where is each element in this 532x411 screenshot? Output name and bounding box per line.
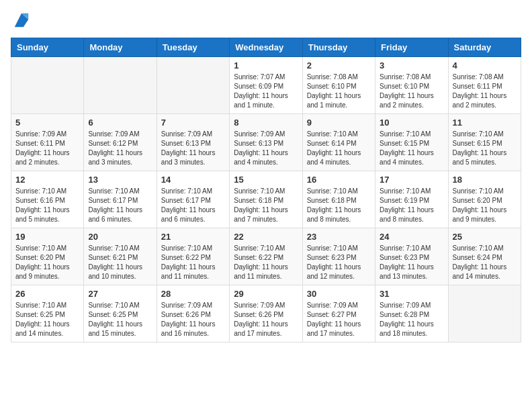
day-info: Sunrise: 7:09 AMSunset: 6:28 PMDaylight:… [380, 301, 443, 338]
day-info: Sunrise: 7:10 AMSunset: 6:21 PMDaylight:… [88, 244, 152, 281]
day-number: 2 [307, 60, 371, 71]
day-number: 15 [234, 175, 298, 185]
day-number: 16 [307, 175, 371, 185]
day-number: 8 [234, 118, 298, 128]
day-info: Sunrise: 7:09 AMSunset: 6:26 PMDaylight:… [234, 301, 298, 338]
day-info: Sunrise: 7:10 AMSunset: 6:24 PMDaylight:… [453, 244, 517, 281]
logo-icon [12, 11, 31, 30]
calendar-cell: 22Sunrise: 7:10 AMSunset: 6:22 PMDayligh… [230, 228, 302, 285]
day-info: Sunrise: 7:10 AMSunset: 6:23 PMDaylight:… [307, 244, 371, 281]
calendar-week-5: 26Sunrise: 7:10 AMSunset: 6:25 PMDayligh… [11, 285, 521, 342]
day-info: Sunrise: 7:10 AMSunset: 6:14 PMDaylight:… [307, 130, 371, 167]
calendar-week-2: 5Sunrise: 7:09 AMSunset: 6:11 PMDaylight… [11, 114, 521, 171]
day-number: 21 [161, 232, 225, 242]
calendar-cell: 2Sunrise: 7:08 AMSunset: 6:10 PMDaylight… [302, 57, 375, 114]
day-info: Sunrise: 7:10 AMSunset: 6:18 PMDaylight:… [234, 187, 298, 224]
day-number: 17 [380, 175, 443, 185]
day-number: 11 [453, 118, 517, 128]
calendar-header-row: SundayMondayTuesdayWednesdayThursdayFrid… [11, 38, 521, 57]
calendar-cell: 27Sunrise: 7:10 AMSunset: 6:25 PMDayligh… [84, 285, 157, 342]
day-number: 24 [380, 232, 443, 242]
day-info: Sunrise: 7:10 AMSunset: 6:15 PMDaylight:… [453, 130, 517, 167]
calendar-cell: 16Sunrise: 7:10 AMSunset: 6:18 PMDayligh… [302, 171, 375, 228]
day-info: Sunrise: 7:10 AMSunset: 6:25 PMDaylight:… [15, 301, 79, 338]
day-number: 10 [380, 118, 443, 128]
day-number: 3 [380, 60, 443, 71]
day-number: 19 [15, 232, 79, 242]
day-number: 4 [453, 60, 517, 71]
day-info: Sunrise: 7:07 AMSunset: 6:09 PMDaylight:… [234, 73, 298, 110]
day-number: 5 [15, 118, 79, 128]
day-info: Sunrise: 7:10 AMSunset: 6:19 PMDaylight:… [380, 187, 443, 224]
day-info: Sunrise: 7:10 AMSunset: 6:17 PMDaylight:… [88, 187, 152, 224]
calendar-cell: 3Sunrise: 7:08 AMSunset: 6:10 PMDaylight… [375, 57, 448, 114]
day-number: 26 [15, 289, 79, 299]
calendar-cell: 19Sunrise: 7:10 AMSunset: 6:20 PMDayligh… [11, 228, 84, 285]
day-number: 7 [161, 118, 225, 128]
page-header [11, 11, 521, 30]
day-number: 30 [307, 289, 371, 299]
calendar-week-3: 12Sunrise: 7:10 AMSunset: 6:16 PMDayligh… [11, 171, 521, 228]
day-info: Sunrise: 7:09 AMSunset: 6:26 PMDaylight:… [161, 301, 225, 338]
day-info: Sunrise: 7:10 AMSunset: 6:22 PMDaylight:… [234, 244, 298, 281]
day-number: 13 [88, 175, 152, 185]
logo [11, 11, 31, 30]
calendar-cell: 26Sunrise: 7:10 AMSunset: 6:25 PMDayligh… [11, 285, 84, 342]
day-number: 18 [453, 175, 517, 185]
day-number: 9 [307, 118, 371, 128]
weekday-header-tuesday: Tuesday [157, 38, 229, 57]
calendar-cell: 17Sunrise: 7:10 AMSunset: 6:19 PMDayligh… [375, 171, 448, 228]
day-number: 20 [88, 232, 152, 242]
day-info: Sunrise: 7:08 AMSunset: 6:11 PMDaylight:… [453, 73, 517, 110]
calendar-cell: 31Sunrise: 7:09 AMSunset: 6:28 PMDayligh… [375, 285, 448, 342]
calendar-week-1: 1Sunrise: 7:07 AMSunset: 6:09 PMDaylight… [11, 57, 521, 114]
calendar-cell [448, 285, 521, 342]
calendar-cell: 9Sunrise: 7:10 AMSunset: 6:14 PMDaylight… [302, 114, 375, 171]
calendar-cell: 10Sunrise: 7:10 AMSunset: 6:15 PMDayligh… [375, 114, 448, 171]
weekday-header-sunday: Sunday [11, 38, 84, 57]
day-info: Sunrise: 7:10 AMSunset: 6:25 PMDaylight:… [88, 301, 152, 338]
weekday-header-saturday: Saturday [448, 38, 521, 57]
day-info: Sunrise: 7:10 AMSunset: 6:17 PMDaylight:… [161, 187, 225, 224]
calendar-cell: 6Sunrise: 7:09 AMSunset: 6:12 PMDaylight… [84, 114, 157, 171]
weekday-header-thursday: Thursday [302, 38, 375, 57]
calendar-cell: 4Sunrise: 7:08 AMSunset: 6:11 PMDaylight… [448, 57, 521, 114]
calendar-cell: 25Sunrise: 7:10 AMSunset: 6:24 PMDayligh… [448, 228, 521, 285]
day-info: Sunrise: 7:09 AMSunset: 6:11 PMDaylight:… [15, 130, 79, 167]
day-info: Sunrise: 7:10 AMSunset: 6:20 PMDaylight:… [15, 244, 79, 281]
weekday-header-wednesday: Wednesday [230, 38, 302, 57]
calendar-cell: 11Sunrise: 7:10 AMSunset: 6:15 PMDayligh… [448, 114, 521, 171]
calendar-cell: 30Sunrise: 7:09 AMSunset: 6:27 PMDayligh… [302, 285, 375, 342]
day-info: Sunrise: 7:10 AMSunset: 6:20 PMDaylight:… [453, 187, 517, 224]
day-info: Sunrise: 7:09 AMSunset: 6:12 PMDaylight:… [88, 130, 152, 167]
day-number: 28 [161, 289, 225, 299]
weekday-header-monday: Monday [84, 38, 157, 57]
day-info: Sunrise: 7:09 AMSunset: 6:13 PMDaylight:… [234, 130, 298, 167]
calendar-cell: 18Sunrise: 7:10 AMSunset: 6:20 PMDayligh… [448, 171, 521, 228]
calendar-week-4: 19Sunrise: 7:10 AMSunset: 6:20 PMDayligh… [11, 228, 521, 285]
day-info: Sunrise: 7:08 AMSunset: 6:10 PMDaylight:… [380, 73, 443, 110]
day-info: Sunrise: 7:09 AMSunset: 6:13 PMDaylight:… [161, 130, 225, 167]
calendar-cell: 8Sunrise: 7:09 AMSunset: 6:13 PMDaylight… [230, 114, 302, 171]
calendar-cell: 28Sunrise: 7:09 AMSunset: 6:26 PMDayligh… [157, 285, 229, 342]
calendar-cell: 5Sunrise: 7:09 AMSunset: 6:11 PMDaylight… [11, 114, 84, 171]
calendar-cell [84, 57, 157, 114]
day-info: Sunrise: 7:09 AMSunset: 6:27 PMDaylight:… [307, 301, 371, 338]
weekday-header-friday: Friday [375, 38, 448, 57]
day-number: 6 [88, 118, 152, 128]
calendar-cell: 20Sunrise: 7:10 AMSunset: 6:21 PMDayligh… [84, 228, 157, 285]
calendar-cell: 13Sunrise: 7:10 AMSunset: 6:17 PMDayligh… [84, 171, 157, 228]
calendar-cell: 24Sunrise: 7:10 AMSunset: 6:23 PMDayligh… [375, 228, 448, 285]
day-number: 29 [234, 289, 298, 299]
calendar-cell: 21Sunrise: 7:10 AMSunset: 6:22 PMDayligh… [157, 228, 229, 285]
calendar-cell [11, 57, 84, 114]
calendar-cell: 1Sunrise: 7:07 AMSunset: 6:09 PMDaylight… [230, 57, 302, 114]
calendar-cell: 14Sunrise: 7:10 AMSunset: 6:17 PMDayligh… [157, 171, 229, 228]
day-info: Sunrise: 7:10 AMSunset: 6:23 PMDaylight:… [380, 244, 443, 281]
calendar-cell: 15Sunrise: 7:10 AMSunset: 6:18 PMDayligh… [230, 171, 302, 228]
calendar-cell: 23Sunrise: 7:10 AMSunset: 6:23 PMDayligh… [302, 228, 375, 285]
day-info: Sunrise: 7:10 AMSunset: 6:16 PMDaylight:… [15, 187, 79, 224]
calendar-cell: 29Sunrise: 7:09 AMSunset: 6:26 PMDayligh… [230, 285, 302, 342]
day-number: 27 [88, 289, 152, 299]
calendar-cell: 7Sunrise: 7:09 AMSunset: 6:13 PMDaylight… [157, 114, 229, 171]
